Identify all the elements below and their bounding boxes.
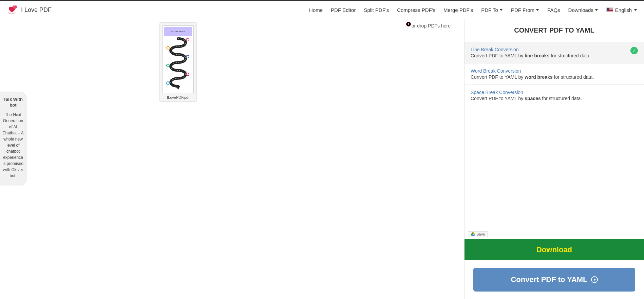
chevron-down-icon	[634, 9, 637, 11]
option-desc-bold: line breaks	[525, 53, 549, 58]
option-desc-post: for structured data.	[549, 53, 590, 58]
check-icon: ✓	[630, 47, 638, 54]
nav-split-pdf[interactable]: Split PDF's	[364, 7, 389, 13]
option-text: Word Break Conversion Convert PDF to YAM…	[471, 68, 638, 80]
save-label: Save	[476, 232, 485, 236]
chevron-down-icon	[536, 9, 539, 11]
chatbot-title: Talk With bot	[2, 97, 24, 108]
thumb-title: I LOVE PDF2	[164, 27, 192, 36]
brand[interactable]: I Love PDF	[7, 5, 52, 15]
download-button[interactable]: Download	[465, 239, 644, 260]
google-drive-save-button[interactable]: Save	[468, 231, 488, 237]
language-label: English	[615, 7, 632, 13]
main: I LOVE PDF2 ILovePDF.pdf 1	[0, 19, 644, 299]
option-desc-pre: Convert PDF to YAML by	[471, 74, 525, 80]
option-desc-pre: Convert PDF to YAML by	[471, 96, 525, 101]
chevron-down-icon	[595, 9, 598, 11]
convert-label: Convert PDF to YAML	[511, 275, 587, 284]
brand-name: I Love PDF	[21, 6, 52, 14]
option-desc-pre: Convert PDF to YAML by	[471, 53, 525, 58]
option-word-break[interactable]: Word Break Conversion Convert PDF to YAM…	[465, 63, 644, 85]
nav-home[interactable]: Home	[309, 7, 323, 13]
drop-hint-text: or drop PDFs here	[412, 23, 451, 29]
nav-pdf-from[interactable]: PDF From	[511, 7, 539, 13]
option-desc-post: for structured data.	[553, 74, 594, 80]
save-row: Save	[465, 229, 644, 240]
nav-merge-pdf[interactable]: Merge PDF's	[443, 7, 473, 13]
file-thumbnail: I LOVE PDF2	[163, 25, 194, 93]
nav-downloads-label: Downloads	[568, 7, 593, 13]
nav-pdf-to-label: PDF To	[481, 7, 498, 13]
panel-spacer	[465, 106, 644, 229]
option-desc: Convert PDF to YAML by spaces for struct…	[471, 96, 638, 101]
panel-title: CONVERT PDF TO YAML	[465, 19, 644, 42]
nav-downloads[interactable]: Downloads	[568, 7, 598, 13]
download-label: Download	[536, 245, 572, 254]
option-desc-bold: word breaks	[525, 74, 552, 80]
option-desc-post: for structured data.	[541, 96, 582, 101]
drop-hint: 1 or drop PDFs here	[412, 23, 451, 29]
language-selector[interactable]: English	[606, 7, 637, 13]
option-text: Space Break Conversion Convert PDF to YA…	[471, 90, 638, 101]
us-flag-icon	[606, 7, 613, 12]
arrow-right-circle-icon	[591, 276, 598, 283]
option-title: Word Break Conversion	[471, 68, 638, 74]
option-space-break[interactable]: Space Break Conversion Convert PDF to YA…	[465, 85, 644, 106]
option-title: Line Break Conversion	[471, 47, 627, 52]
nav-pdf-to[interactable]: PDF To	[481, 7, 503, 13]
chatbot-body: The Next Generation of AI Chatbot – A wh…	[2, 112, 24, 179]
options-panel: CONVERT PDF TO YAML Line Break Conversio…	[464, 19, 644, 299]
chatbot-promo[interactable]: Talk With bot The Next Generation of AI …	[0, 92, 26, 185]
convert-wrap: Convert PDF to YAML	[465, 260, 644, 299]
workspace-dropzone[interactable]: I LOVE PDF2 ILovePDF.pdf 1	[0, 19, 464, 299]
header: I Love PDF Home PDF Editor Split PDF's C…	[0, 0, 644, 19]
thumb-body	[164, 36, 192, 92]
option-desc-bold: spaces	[525, 96, 541, 101]
main-nav: Home PDF Editor Split PDF's Compress PDF…	[309, 7, 637, 13]
drop-count-badge: 1	[406, 22, 411, 26]
uploaded-file-card[interactable]: I LOVE PDF2 ILovePDF.pdf	[159, 22, 197, 102]
option-desc: Convert PDF to YAML by line breaks for s…	[471, 53, 627, 58]
nav-compress-pdf[interactable]: Compress PDF's	[397, 7, 435, 13]
convert-button[interactable]: Convert PDF to YAML	[473, 268, 635, 292]
nav-faqs[interactable]: FAQs	[547, 7, 560, 13]
option-desc: Convert PDF to YAML by word breaks for s…	[471, 74, 638, 80]
option-text: Line Break Conversion Convert PDF to YAM…	[471, 47, 627, 58]
nav-pdf-from-label: PDF From	[511, 7, 534, 13]
chevron-down-icon	[499, 9, 503, 11]
option-title: Space Break Conversion	[471, 90, 638, 95]
google-drive-icon	[471, 232, 475, 236]
nav-pdf-editor[interactable]: PDF Editor	[331, 7, 356, 13]
option-line-break[interactable]: Line Break Conversion Convert PDF to YAM…	[465, 42, 644, 63]
file-name: ILovePDF.pdf	[163, 95, 194, 99]
hearts-logo-icon	[7, 5, 20, 15]
